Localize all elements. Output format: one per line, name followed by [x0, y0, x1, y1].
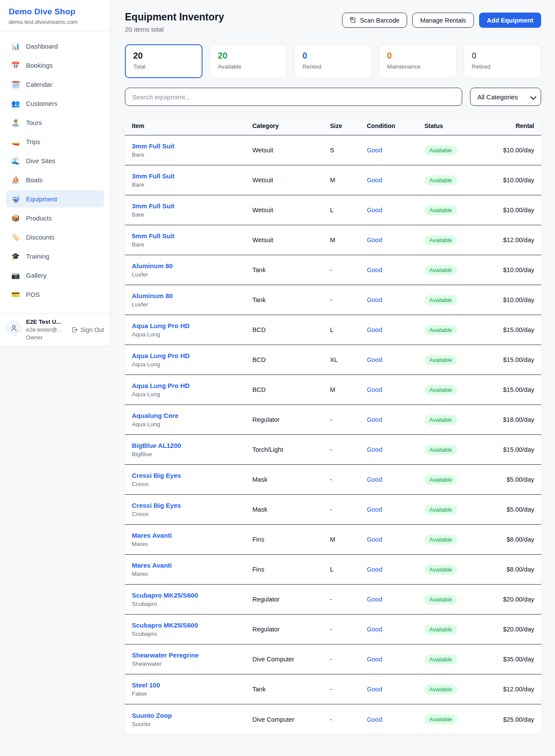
item-name-link[interactable]: Aluminum 80 [132, 262, 252, 270]
item-cell: Scubapro MK25/S600 Scubapro [132, 592, 252, 607]
sidebar-item-pos[interactable]: 💳 POS [6, 286, 104, 303]
condition-link[interactable]: Good [367, 446, 382, 453]
item-name-link[interactable]: Cressi Big Eyes [132, 502, 252, 509]
item-cell: Suunto Zoop Suunto [132, 712, 252, 727]
status-badge: Available [424, 415, 457, 425]
sidebar-item-discounts[interactable]: 🏷️ Discounts [6, 228, 104, 246]
scan-barcode-button[interactable]: Scan Barcode [342, 13, 407, 28]
condition-link[interactable]: Good [367, 237, 382, 243]
rental-cell: $12.00/day [503, 237, 534, 243]
item-name-link[interactable]: Steel 100 [132, 681, 252, 689]
item-name-link[interactable]: Aqua Lung Pro HD [132, 352, 252, 359]
status-badge: Available [424, 265, 457, 275]
item-name-link[interactable]: Shearwater Peregrine [132, 651, 252, 659]
condition-link[interactable]: Good [367, 386, 382, 393]
rental-cell: $25.00/day [503, 716, 534, 723]
item-brand: Faber [132, 690, 252, 697]
condition-link[interactable]: Good [367, 147, 382, 154]
add-equipment-button[interactable]: Add Equipment [479, 13, 541, 28]
table-row: Aqualung Core Aqua Lung Regulator - Good… [125, 405, 541, 435]
rental-cell: $20.00/day [503, 596, 534, 603]
sidebar-item-training[interactable]: 🎓 Training [6, 247, 104, 265]
item-name-link[interactable]: 3mm Full Suit [132, 202, 252, 210]
customers-icon: 👥 [11, 99, 20, 108]
sidebar-item-bookings[interactable]: 📅 Bookings [6, 56, 104, 74]
sidebar-item-products[interactable]: 📦 Products [6, 209, 104, 227]
sidebar-item-calendar[interactable]: 🗓️ Calendar [6, 76, 104, 93]
condition-link[interactable]: Good [367, 207, 382, 214]
sidebar-item-dashboard[interactable]: 📊 Dashboard [6, 37, 104, 55]
condition-link[interactable]: Good [367, 506, 382, 513]
category-cell: Regulator [252, 626, 330, 633]
item-name-link[interactable]: 5mm Full Suit [132, 232, 252, 240]
item-name-link[interactable]: BigBlue AL1200 [132, 442, 252, 449]
item-name-link[interactable]: 3mm Full Suit [132, 172, 252, 180]
item-name-link[interactable]: Cressi Big Eyes [132, 472, 252, 479]
stat-card-retired[interactable]: 0 Retired [464, 44, 541, 78]
person-icon [10, 324, 18, 332]
stat-card-available[interactable]: 20 Available [209, 44, 287, 78]
user-block: E2E Test U... e2e-tester@... Owner Sign … [0, 313, 110, 346]
item-name-link[interactable]: Aqua Lung Pro HD [132, 322, 252, 329]
sidebar-item-boats[interactable]: ⛵ Boats [6, 171, 104, 188]
rental-cell: $8.00/day [503, 536, 534, 543]
gallery-icon: 📷 [11, 271, 20, 279]
sidebar-item-tours[interactable]: 🏝️ Tours [6, 114, 104, 131]
condition-link[interactable]: Good [367, 296, 382, 303]
condition-link[interactable]: Good [367, 566, 382, 573]
stat-label: Total [133, 63, 194, 70]
sidebar-item-customers[interactable]: 👥 Customers [6, 95, 104, 112]
rental-cell: $15.00/day [503, 356, 534, 363]
item-brand: Bare [132, 151, 252, 158]
stat-value: 20 [133, 51, 194, 61]
item-name-link[interactable]: Scubapro MK25/S600 [132, 592, 252, 599]
stat-card-total[interactable]: 20 Total [125, 44, 202, 78]
item-name-link[interactable]: Aqualung Core [132, 412, 252, 419]
sidebar-item-label: Gallery [26, 272, 47, 279]
stat-card-rented[interactable]: 0 Rented [294, 44, 372, 78]
category-cell: BCD [252, 386, 330, 393]
condition-link[interactable]: Good [367, 326, 382, 333]
rental-cell: $5.00/day [503, 506, 534, 513]
sidebar-item-trips[interactable]: 🚤 Trips [6, 133, 104, 150]
item-name-link[interactable]: 3mm Full Suit [132, 142, 252, 150]
condition-link[interactable]: Good [367, 476, 382, 483]
condition-link[interactable]: Good [367, 536, 382, 543]
condition-link[interactable]: Good [367, 686, 382, 693]
sidebar-item-label: Discounts [26, 233, 55, 241]
sidebar-item-gallery[interactable]: 📷 Gallery [6, 266, 104, 284]
manage-rentals-button[interactable]: Manage Rentals [412, 13, 474, 28]
condition-link[interactable]: Good [367, 356, 382, 363]
sidebar-nav: 📊 Dashboard 📅 Bookings 🗓️ Calendar 👥 Cus… [0, 31, 110, 313]
item-cell: Steel 100 Faber [132, 681, 252, 697]
condition-link[interactable]: Good [367, 266, 382, 273]
column-header-status: Status [424, 122, 503, 129]
condition-link[interactable]: Good [367, 596, 382, 603]
sign-out-button[interactable]: Sign Out [71, 326, 104, 333]
item-brand: BigBlue [132, 451, 252, 457]
item-name-link[interactable]: Mares Avanti [132, 532, 252, 539]
item-name-link[interactable]: Aqua Lung Pro HD [132, 382, 252, 389]
condition-link[interactable]: Good [367, 626, 382, 633]
rental-cell: $5.00/day [503, 476, 534, 483]
rental-cell: $10.00/day [503, 177, 534, 184]
table-row: Steel 100 Faber Tank - Good Available $1… [125, 674, 541, 704]
condition-link[interactable]: Good [367, 716, 382, 723]
sidebar-item-dive-sites[interactable]: 🌊 Dive Sites [6, 152, 104, 169]
rental-cell: $10.00/day [503, 296, 534, 303]
stat-value: 0 [387, 51, 448, 61]
item-brand: Mares [132, 541, 252, 547]
rental-cell: $12.00/day [503, 686, 534, 693]
condition-link[interactable]: Good [367, 177, 382, 184]
search-input[interactable] [125, 88, 462, 106]
condition-link[interactable]: Good [367, 416, 382, 423]
item-name-link[interactable]: Mares Avanti [132, 562, 252, 569]
item-name-link[interactable]: Aluminum 80 [132, 292, 252, 299]
category-select[interactable]: All Categories [470, 88, 541, 106]
item-brand: Bare [132, 241, 252, 248]
condition-link[interactable]: Good [367, 656, 382, 663]
stat-card-maintenance[interactable]: 0 Maintenance [379, 44, 457, 78]
sidebar-item-equipment[interactable]: 🤿 Equipment [6, 190, 104, 207]
item-name-link[interactable]: Suunto Zoop [132, 712, 252, 719]
item-name-link[interactable]: Scubapro MK25/S600 [132, 621, 252, 629]
